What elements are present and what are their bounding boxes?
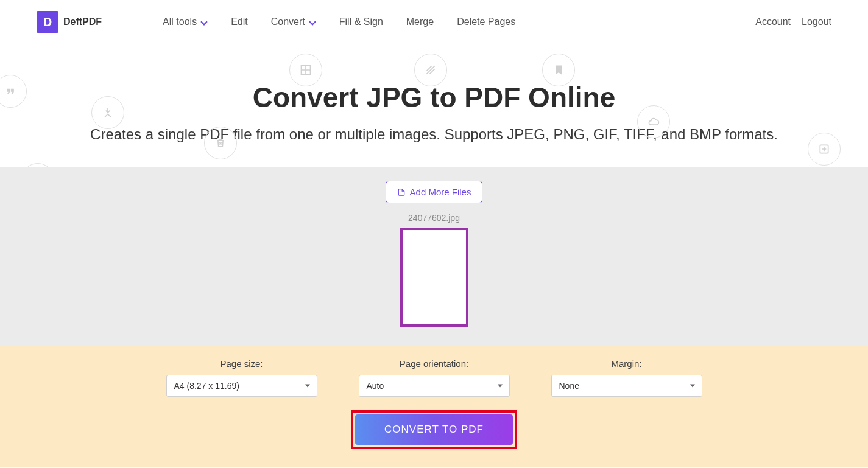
margin-label: Margin: [611, 358, 641, 369]
account-link[interactable]: Account [755, 16, 791, 27]
caret-down-icon [498, 385, 503, 388]
nav-all-tools-label: All tools [163, 16, 197, 27]
page-size-value: A4 (8.27 x 11.69) [174, 381, 239, 391]
file-preview[interactable] [400, 228, 468, 327]
logo[interactable]: D DeftPDF [37, 11, 102, 33]
nav-delete-pages[interactable]: Delete Pages [457, 16, 515, 27]
page-size-label: Page size: [220, 358, 263, 369]
stripes-icon [414, 54, 447, 86]
page-size-select[interactable]: A4 (8.27 x 11.69) [166, 375, 317, 397]
plus-square-icon [808, 133, 841, 166]
page-size-group: Page size: A4 (8.27 x 11.69) [166, 358, 317, 397]
orientation-select[interactable]: Auto [359, 375, 510, 397]
nav-all-tools[interactable]: All tools [163, 16, 208, 27]
header: D DeftPDF All tools Edit Convert Fill & … [0, 0, 868, 44]
nav-edit[interactable]: Edit [231, 16, 248, 27]
caret-down-icon [690, 385, 695, 388]
brand-name: DeftPDF [63, 16, 102, 27]
convert-to-pdf-button[interactable]: CONVERT TO PDF [355, 414, 513, 445]
file-name: 24077602.jpg [0, 213, 868, 223]
nav-fill-sign[interactable]: Fill & Sign [339, 16, 383, 27]
nav-convert-label: Convert [271, 16, 305, 27]
add-more-files-label: Add More Files [410, 187, 471, 197]
puzzle-icon [21, 163, 54, 167]
margin-group: Margin: None [551, 358, 702, 397]
merge-icon [91, 96, 124, 129]
orientation-value: Auto [367, 381, 384, 391]
add-more-files-button[interactable]: Add More Files [386, 181, 483, 203]
file-area: Add More Files 24077602.jpg [0, 167, 868, 345]
margin-value: None [559, 381, 579, 391]
bookmark-icon [542, 54, 575, 86]
nav: All tools Edit Convert Fill & Sign Merge… [163, 16, 515, 27]
nav-merge[interactable]: Merge [406, 16, 434, 27]
page-subtitle: Creates a single PDF file from one or mu… [38, 124, 830, 145]
nav-convert[interactable]: Convert [271, 16, 316, 27]
quote-icon [0, 75, 27, 108]
logout-link[interactable]: Logout [802, 16, 831, 27]
options-area: Page size: A4 (8.27 x 11.69) Page orient… [0, 345, 868, 467]
caret-down-icon [305, 385, 310, 388]
trash-icon [204, 127, 237, 159]
convert-highlight: CONVERT TO PDF [351, 410, 517, 449]
logo-icon: D [37, 11, 58, 33]
header-left: D DeftPDF All tools Edit Convert Fill & … [37, 11, 515, 33]
grid-icon [289, 54, 322, 86]
options-row: Page size: A4 (8.27 x 11.69) Page orient… [0, 358, 868, 397]
orientation-group: Page orientation: Auto [359, 358, 510, 397]
file-icon [397, 188, 406, 197]
hero: Convert JPG to PDF Online Creates a sing… [0, 44, 868, 167]
header-right: Account Logout [755, 16, 831, 27]
chevron-down-icon [309, 18, 316, 26]
cloud-icon [637, 105, 670, 138]
orientation-label: Page orientation: [400, 358, 468, 369]
chevron-down-icon [200, 18, 208, 26]
margin-select[interactable]: None [551, 375, 702, 397]
